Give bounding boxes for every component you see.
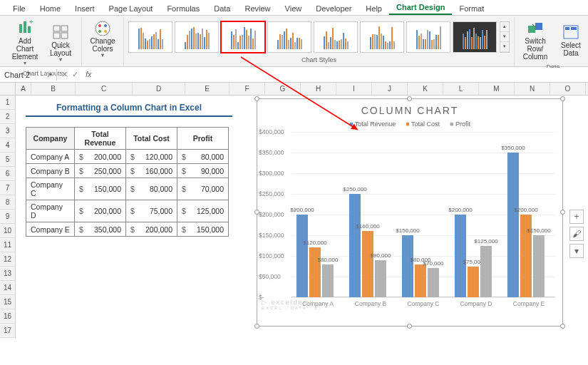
cell-revenue[interactable]: $350,000	[75, 222, 126, 237]
cell-revenue[interactable]: $200,000	[75, 200, 126, 222]
column-header[interactable]: E	[185, 83, 229, 95]
cell-cost[interactable]: $200,000	[126, 222, 177, 237]
chart-bar[interactable]: $75,000	[468, 267, 479, 298]
chart-bar[interactable]: $125,000	[480, 246, 492, 298]
chart-styles-more[interactable]: ▴▾▾	[500, 21, 510, 53]
cell-cost[interactable]: $80,000	[126, 178, 177, 200]
resize-handle[interactable]	[407, 324, 412, 329]
row-header[interactable]: 11	[0, 238, 16, 252]
cell-profit[interactable]: $90,000	[177, 164, 229, 178]
formula-input[interactable]	[99, 68, 588, 81]
cell-profit[interactable]: $80,000	[177, 150, 229, 164]
chart-style-thumb[interactable]	[314, 21, 358, 53]
tab-developer[interactable]: Developer	[309, 2, 359, 15]
chart-bar[interactable]: $350,000	[507, 153, 519, 297]
chart-bar[interactable]: $150,000	[402, 235, 413, 297]
name-box[interactable]: Chart 2 ▾	[0, 69, 57, 81]
resize-handle[interactable]	[560, 210, 565, 215]
column-header[interactable]: J	[372, 83, 408, 95]
cell-revenue[interactable]: $150,000	[75, 178, 126, 200]
cell-profit[interactable]: $125,000	[177, 200, 229, 222]
chart-bar[interactable]: $80,000	[322, 264, 334, 297]
chart-style-thumb[interactable]	[221, 21, 265, 53]
cell-profit[interactable]: $70,000	[177, 178, 229, 200]
column-header[interactable]: B	[31, 83, 76, 95]
column-header[interactable]: D	[133, 83, 185, 95]
chart-style-thumb[interactable]	[406, 21, 450, 53]
row-header[interactable]: 15	[0, 295, 16, 309]
add-chart-element-button[interactable]: + Add Chart Element▾	[9, 19, 41, 68]
column-header[interactable]: H	[301, 83, 336, 95]
row-header[interactable]: 1	[0, 96, 16, 110]
change-colors-button[interactable]: Change Colors▾	[86, 19, 119, 61]
row-header[interactable]: 6	[0, 167, 16, 181]
chart-bar[interactable]: $250,000	[349, 194, 361, 297]
tab-help[interactable]: Help	[359, 2, 389, 15]
column-header[interactable]: O	[550, 83, 586, 95]
switch-row-column-button[interactable]: Switch Row/ Column	[519, 19, 552, 62]
chart-bar[interactable]: $70,000	[428, 268, 439, 297]
row-header[interactable]: 17	[0, 324, 16, 338]
resize-handle[interactable]	[254, 324, 259, 329]
tab-page-layout[interactable]: Page Layout	[102, 2, 160, 15]
cell-revenue[interactable]: $200,000	[75, 150, 126, 164]
tab-data[interactable]: Data	[207, 2, 237, 15]
chart-legend[interactable]: Total Revenue Total Cost Profit	[257, 119, 562, 132]
row-header[interactable]: 3	[0, 124, 16, 138]
cell-company[interactable]: Company C	[26, 178, 75, 200]
tab-insert[interactable]: Insert	[68, 2, 102, 15]
row-header[interactable]: 10	[0, 224, 16, 238]
chart-bar[interactable]: $120,000	[309, 247, 321, 297]
row-header[interactable]: 12	[0, 252, 16, 267]
chart-bar[interactable]: $200,000	[296, 215, 308, 297]
column-header[interactable]: I	[336, 83, 372, 95]
cell-cost[interactable]: $120,000	[126, 150, 177, 164]
chart-style-thumb[interactable]	[360, 21, 404, 53]
column-header[interactable]: N	[515, 83, 550, 95]
chart-style-thumb[interactable]	[267, 21, 311, 53]
tab-formulas[interactable]: Formulas	[160, 2, 207, 15]
chart-style-thumb[interactable]	[128, 21, 172, 53]
chart-styles-button[interactable]: 🖌	[569, 227, 584, 241]
row-header[interactable]: 7	[0, 181, 16, 195]
tab-home[interactable]: Home	[33, 2, 68, 15]
tab-file[interactable]: File	[6, 2, 33, 15]
column-header[interactable]: G	[265, 83, 301, 95]
name-box-dropdown[interactable]: ▾	[49, 71, 52, 78]
fx-label[interactable]: fx	[83, 70, 95, 79]
tab-view[interactable]: View	[278, 2, 309, 15]
row-header[interactable]: 5	[0, 153, 16, 167]
row-header[interactable]: 14	[0, 281, 16, 295]
tab-chart-design[interactable]: Chart Design	[389, 1, 452, 15]
chart-bar[interactable]: $160,000	[362, 231, 373, 297]
chart-object[interactable]: COLUMN CHART Total Revenue Total Cost Pr…	[257, 98, 563, 327]
resize-handle[interactable]	[407, 96, 412, 101]
enter-button[interactable]: ✓	[72, 70, 78, 79]
chart-filters-button[interactable]: ▾	[569, 244, 584, 258]
select-all-corner[interactable]	[0, 83, 16, 95]
cell-cost[interactable]: $75,000	[126, 200, 177, 222]
chart-title[interactable]: COLUMN CHART	[257, 99, 562, 119]
resize-handle[interactable]	[560, 96, 565, 101]
plot-area[interactable]: $-$50,000$100,000$150,000$200,000$250,00…	[292, 132, 555, 310]
column-header[interactable]: L	[443, 83, 479, 95]
chart-style-thumb[interactable]	[453, 21, 497, 53]
row-header[interactable]: 13	[0, 267, 16, 281]
select-data-button[interactable]: Select Data	[555, 23, 587, 58]
cell-company[interactable]: Company B	[26, 164, 75, 178]
column-header[interactable]: K	[408, 83, 443, 95]
column-header[interactable]: F	[229, 83, 265, 95]
cell-revenue[interactable]: $250,000	[75, 164, 126, 178]
tab-review[interactable]: Review	[237, 2, 277, 15]
column-header[interactable]: M	[479, 83, 515, 95]
resize-handle[interactable]	[254, 96, 259, 101]
cell-company[interactable]: Company D	[26, 200, 75, 222]
column-header[interactable]: A	[16, 83, 31, 95]
chart-style-thumb[interactable]	[175, 21, 219, 53]
row-header[interactable]: 4	[0, 138, 16, 153]
cells-area[interactable]: Formatting a Column Chart in Excel Compa…	[16, 96, 588, 338]
cell-company[interactable]: Company A	[26, 150, 75, 164]
chart-bar[interactable]: $150,000	[533, 235, 545, 297]
chart-bar[interactable]: $80,000	[415, 264, 426, 297]
row-header[interactable]: 16	[0, 309, 16, 324]
